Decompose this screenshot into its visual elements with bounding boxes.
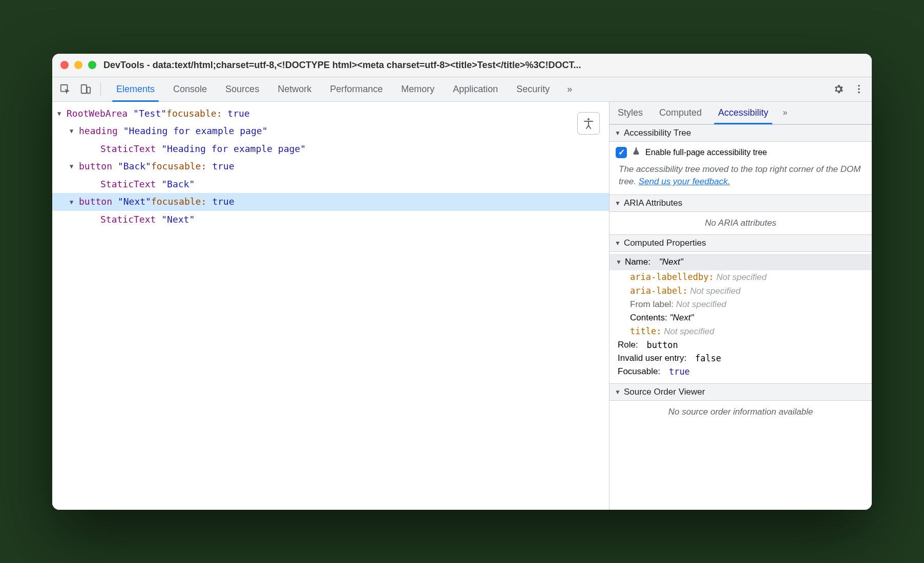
tree-row[interactable]: StaticText "Heading for example page" bbox=[52, 140, 609, 158]
more-tabs-icon[interactable]: » bbox=[562, 84, 577, 95]
computed-source-key: Contents: bbox=[630, 313, 667, 322]
computed-name-label: Name: bbox=[625, 257, 650, 267]
tree-value: true bbox=[227, 106, 249, 122]
computed-invalid-value: false bbox=[695, 353, 721, 363]
kebab-icon[interactable] bbox=[850, 80, 868, 98]
chevron-down-icon: ▼ bbox=[615, 200, 621, 207]
tree-name: "Back" bbox=[161, 177, 195, 192]
feedback-link[interactable]: Send us your feedback. bbox=[639, 177, 730, 186]
tree-prop: focusable: bbox=[151, 194, 206, 210]
tree-name: "Next" bbox=[118, 194, 151, 210]
computed-source-value: Not specified bbox=[690, 286, 740, 296]
tree-row[interactable]: ▼heading "Heading for example page" bbox=[52, 122, 609, 140]
zoom-icon[interactable] bbox=[88, 61, 96, 69]
computed-invalid-row: Invalid user entry: false bbox=[610, 352, 872, 365]
svg-point-3 bbox=[858, 85, 860, 87]
sidebar-tab-styles[interactable]: Styles bbox=[610, 102, 651, 124]
section-title: Source Order Viewer bbox=[624, 387, 705, 397]
experiment-icon bbox=[632, 147, 640, 158]
tree-row[interactable]: ▼button "Back" focusable: true bbox=[52, 158, 609, 176]
computed-source-value: Not specified bbox=[664, 327, 714, 336]
tree-row[interactable]: StaticText "Back" bbox=[52, 176, 609, 193]
sidebar: StylesComputedAccessibility» ▼ Accessibi… bbox=[609, 102, 872, 510]
tree-hint: The accessibility tree moved to the top … bbox=[610, 163, 872, 194]
accessibility-icon[interactable] bbox=[577, 112, 600, 135]
main-tabs: ElementsConsoleSourcesNetworkPerformance… bbox=[107, 77, 559, 101]
tree-prop: focusable: bbox=[151, 159, 206, 175]
computed-focusable-row: Focusable: true bbox=[610, 365, 872, 378]
section-title: Computed Properties bbox=[624, 238, 706, 248]
accessibility-tree-pane: ▼RootWebArea "Test" focusable: true▼head… bbox=[52, 102, 609, 510]
section-aria-attributes[interactable]: ▼ ARIA Attributes bbox=[610, 194, 872, 212]
computed-invalid-label: Invalid user entry: bbox=[618, 353, 686, 363]
computed-name-source-row: From label: Not specified bbox=[610, 298, 872, 311]
section-accessibility-tree[interactable]: ▼ Accessibility Tree bbox=[610, 124, 872, 142]
disclosure-icon[interactable]: ▼ bbox=[70, 161, 77, 171]
close-icon[interactable] bbox=[60, 61, 69, 69]
computed-name-row[interactable]: ▼ Name: "Next" bbox=[610, 254, 872, 270]
sidebar-tab-accessibility[interactable]: Accessibility bbox=[710, 102, 776, 124]
traffic-lights bbox=[60, 61, 96, 69]
tree-role: button bbox=[79, 194, 112, 210]
computed-role-row: Role: button bbox=[610, 338, 872, 352]
tree-value: true bbox=[212, 194, 234, 210]
gear-icon[interactable] bbox=[830, 80, 847, 98]
chevron-down-icon: ▼ bbox=[615, 129, 621, 137]
computed-source-key: aria-label: bbox=[630, 286, 688, 296]
chevron-down-icon: ▼ bbox=[615, 240, 621, 247]
computed-properties-body: ▼ Name: "Next" aria-labelledby: Not spec… bbox=[610, 252, 872, 383]
tab-elements[interactable]: Elements bbox=[107, 77, 164, 101]
device-toggle-icon[interactable] bbox=[77, 80, 94, 98]
tab-console[interactable]: Console bbox=[164, 77, 216, 101]
tree-role: button bbox=[79, 159, 112, 175]
tree-prop: focusable: bbox=[166, 106, 222, 122]
devtools-window: DevTools - data:text/html;charset=utf-8,… bbox=[52, 54, 872, 510]
tab-application[interactable]: Application bbox=[444, 77, 507, 101]
computed-name-source-row: aria-labelledby: Not specified bbox=[610, 270, 872, 284]
disclosure-icon[interactable]: ▼ bbox=[70, 126, 77, 136]
tree-name: "Heading for example page" bbox=[123, 123, 268, 139]
tree-name: "Test" bbox=[133, 106, 166, 122]
tree-name: "Back" bbox=[118, 159, 151, 175]
tree-row[interactable]: ▼button "Next" focusable: true bbox=[52, 193, 609, 211]
source-order-empty: No source order information available bbox=[610, 401, 872, 423]
section-source-order[interactable]: ▼ Source Order Viewer bbox=[610, 383, 872, 401]
aria-empty: No ARIA attributes bbox=[610, 212, 872, 234]
computed-name-value: "Next" bbox=[659, 257, 683, 267]
svg-point-5 bbox=[858, 92, 860, 94]
disclosure-icon[interactable]: ▼ bbox=[70, 197, 77, 207]
tab-memory[interactable]: Memory bbox=[392, 77, 444, 101]
tree-name: "Next" bbox=[161, 212, 195, 228]
svg-rect-2 bbox=[87, 87, 90, 93]
tab-sources[interactable]: Sources bbox=[216, 77, 268, 101]
chevron-down-icon: ▼ bbox=[616, 258, 622, 266]
tab-security[interactable]: Security bbox=[507, 77, 559, 101]
tree-name: "Heading for example page" bbox=[161, 141, 306, 157]
titlebar: DevTools - data:text/html;charset=utf-8,… bbox=[52, 54, 872, 77]
section-computed-properties[interactable]: ▼ Computed Properties bbox=[610, 234, 872, 252]
computed-source-value: "Next" bbox=[670, 313, 694, 322]
tree-role: heading bbox=[79, 123, 118, 139]
tree-row[interactable]: StaticText "Next" bbox=[52, 211, 609, 229]
computed-name-source-row: aria-label: Not specified bbox=[610, 284, 872, 298]
minimize-icon[interactable] bbox=[74, 61, 82, 69]
enable-full-tree-row: ✓ Enable full-page accessibility tree bbox=[610, 142, 872, 163]
computed-source-value: Not specified bbox=[676, 299, 726, 309]
section-title: ARIA Attributes bbox=[624, 198, 682, 208]
computed-focusable-value: true bbox=[669, 366, 690, 377]
more-sidebar-tabs-icon[interactable]: » bbox=[776, 102, 793, 124]
section-title: Accessibility Tree bbox=[624, 128, 691, 138]
window-title: DevTools - data:text/html;charset=utf-8,… bbox=[103, 60, 581, 71]
main-tabbar: ElementsConsoleSourcesNetworkPerformance… bbox=[52, 77, 872, 102]
enable-full-tree-label: Enable full-page accessibility tree bbox=[645, 148, 767, 157]
inspect-icon[interactable] bbox=[56, 80, 74, 98]
tab-performance[interactable]: Performance bbox=[321, 77, 392, 101]
disclosure-icon[interactable]: ▼ bbox=[57, 109, 65, 119]
enable-full-tree-checkbox[interactable]: ✓ bbox=[616, 147, 627, 158]
tree-row[interactable]: ▼RootWebArea "Test" focusable: true bbox=[52, 105, 609, 123]
tab-network[interactable]: Network bbox=[268, 77, 321, 101]
svg-point-6 bbox=[587, 118, 590, 120]
computed-source-key: From label: bbox=[630, 299, 674, 309]
tree-role: StaticText bbox=[100, 177, 156, 192]
sidebar-tab-computed[interactable]: Computed bbox=[651, 102, 710, 124]
